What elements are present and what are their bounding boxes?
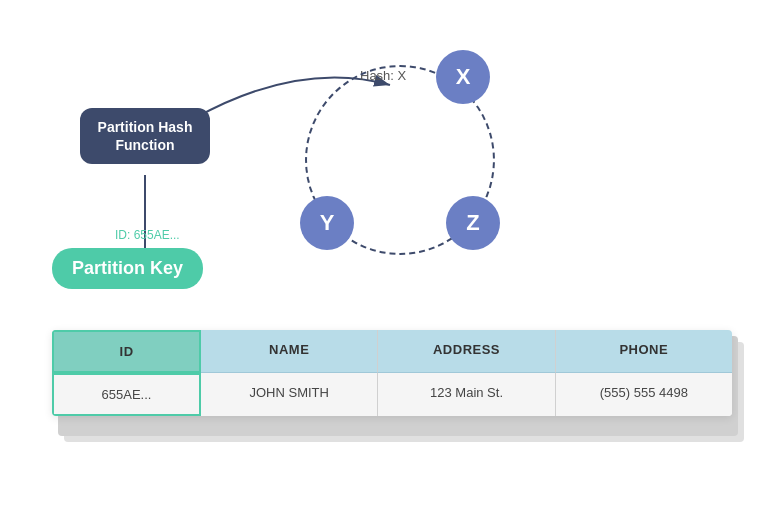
col-address-header: ADDRESS (378, 330, 555, 373)
col-name-data: JOHN SMITH (201, 373, 378, 416)
node-z: Z (446, 196, 500, 250)
table-area: ID NAME ADDRESS PHONE 655AE... (52, 330, 732, 416)
diagram-container: Partition Hash Function Hash: X X Y Z ID… (0, 0, 768, 522)
col-phone-data: (555) 555 4498 (556, 373, 732, 416)
table-data-row: 655AE... JOHN SMITH 123 Main St. (555) 5… (52, 373, 732, 416)
table-main: ID NAME ADDRESS PHONE 655AE... (52, 330, 732, 416)
node-y: Y (300, 196, 354, 250)
col-id-data: 655AE... (52, 373, 201, 416)
col-address-data: 123 Main St. (378, 373, 555, 416)
node-x: X (436, 50, 490, 104)
col-name-header: NAME (201, 330, 378, 373)
col-phone-header: PHONE (556, 330, 732, 373)
hash-function-box: Partition Hash Function (80, 108, 210, 164)
partition-key-badge: Partition Key (52, 248, 203, 289)
table-stack: ID NAME ADDRESS PHONE 655AE... (52, 330, 732, 416)
hash-function-label: Partition Hash Function (98, 119, 193, 153)
col-id-header: ID (52, 330, 201, 373)
id-label: ID: 655AE... (115, 228, 180, 242)
table-header-row: ID NAME ADDRESS PHONE (52, 330, 732, 373)
ring-container: X Y Z (290, 50, 510, 270)
